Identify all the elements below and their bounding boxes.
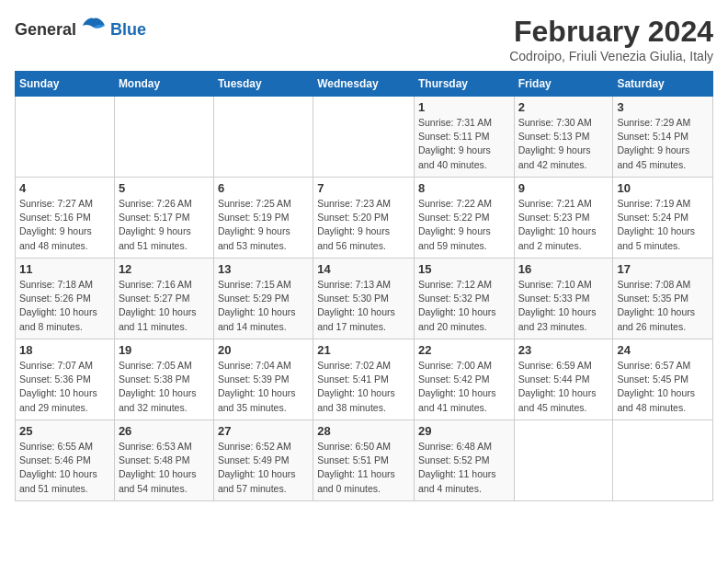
- calendar-cell: 24Sunrise: 6:57 AM Sunset: 5:45 PM Dayli…: [613, 339, 713, 420]
- page-subtitle: Codroipo, Friuli Venezia Giulia, Italy: [509, 49, 713, 63]
- day-number: 13: [218, 262, 309, 276]
- calendar-cell: 10Sunrise: 7:19 AM Sunset: 5:24 PM Dayli…: [613, 178, 713, 259]
- calendar-cell: 11Sunrise: 7:18 AM Sunset: 5:26 PM Dayli…: [16, 259, 115, 339]
- day-number: 22: [418, 343, 510, 357]
- calendar-cell: 17Sunrise: 7:08 AM Sunset: 5:35 PM Dayli…: [613, 259, 713, 339]
- calendar-cell: 25Sunrise: 6:55 AM Sunset: 5:46 PM Dayli…: [16, 420, 115, 501]
- day-info: Sunrise: 7:18 AM Sunset: 5:26 PM Dayligh…: [19, 278, 110, 334]
- day-info: Sunrise: 7:10 AM Sunset: 5:33 PM Dayligh…: [518, 278, 609, 334]
- weekday-header-row: SundayMondayTuesdayWednesdayThursdayFrid…: [16, 72, 713, 97]
- logo-text: General Blue: [15, 15, 146, 40]
- calendar-cell: 20Sunrise: 7:04 AM Sunset: 5:39 PM Dayli…: [213, 339, 313, 420]
- day-info: Sunrise: 7:29 AM Sunset: 5:14 PM Dayligh…: [617, 116, 709, 172]
- day-number: 1: [418, 100, 510, 114]
- day-info: Sunrise: 6:50 AM Sunset: 5:51 PM Dayligh…: [317, 440, 410, 496]
- calendar-cell: 28Sunrise: 6:50 AM Sunset: 5:51 PM Dayli…: [313, 420, 415, 501]
- calendar-cell: 18Sunrise: 7:07 AM Sunset: 5:36 PM Dayli…: [16, 339, 115, 420]
- calendar-header: SundayMondayTuesdayWednesdayThursdayFrid…: [16, 72, 713, 97]
- calendar-cell: 9Sunrise: 7:21 AM Sunset: 5:23 PM Daylig…: [514, 178, 613, 259]
- day-number: 23: [518, 343, 609, 357]
- calendar-cell: 1Sunrise: 7:31 AM Sunset: 5:11 PM Daylig…: [414, 97, 514, 178]
- calendar-week-row: 25Sunrise: 6:55 AM Sunset: 5:46 PM Dayli…: [16, 420, 713, 501]
- day-number: 18: [19, 343, 110, 357]
- weekday-header-thursday: Thursday: [414, 72, 514, 97]
- weekday-header-saturday: Saturday: [613, 72, 713, 97]
- day-number: 12: [119, 262, 210, 276]
- day-number: 27: [218, 424, 309, 438]
- day-info: Sunrise: 7:12 AM Sunset: 5:32 PM Dayligh…: [418, 278, 510, 334]
- page-title: February 2024: [509, 15, 713, 49]
- calendar-cell: [213, 97, 313, 178]
- calendar-cell: 6Sunrise: 7:25 AM Sunset: 5:19 PM Daylig…: [213, 178, 313, 259]
- day-info: Sunrise: 7:05 AM Sunset: 5:38 PM Dayligh…: [119, 359, 210, 415]
- day-number: 28: [317, 424, 410, 438]
- weekday-header-friday: Friday: [514, 72, 613, 97]
- calendar-table: SundayMondayTuesdayWednesdayThursdayFrid…: [15, 71, 713, 501]
- calendar-cell: 29Sunrise: 6:48 AM Sunset: 5:52 PM Dayli…: [414, 420, 514, 501]
- calendar-cell: 7Sunrise: 7:23 AM Sunset: 5:20 PM Daylig…: [313, 178, 415, 259]
- day-info: Sunrise: 7:23 AM Sunset: 5:20 PM Dayligh…: [317, 197, 410, 253]
- day-info: Sunrise: 7:30 AM Sunset: 5:13 PM Dayligh…: [518, 116, 609, 172]
- day-info: Sunrise: 7:02 AM Sunset: 5:41 PM Dayligh…: [317, 359, 410, 415]
- day-info: Sunrise: 6:55 AM Sunset: 5:46 PM Dayligh…: [19, 440, 110, 496]
- calendar-cell: 12Sunrise: 7:16 AM Sunset: 5:27 PM Dayli…: [114, 259, 213, 339]
- day-number: 15: [418, 262, 510, 276]
- calendar-cell: 26Sunrise: 6:53 AM Sunset: 5:48 PM Dayli…: [114, 420, 213, 501]
- calendar-cell: 2Sunrise: 7:30 AM Sunset: 5:13 PM Daylig…: [514, 97, 613, 178]
- calendar-cell: 3Sunrise: 7:29 AM Sunset: 5:14 PM Daylig…: [613, 97, 713, 178]
- day-number: 7: [317, 181, 410, 195]
- day-info: Sunrise: 7:16 AM Sunset: 5:27 PM Dayligh…: [119, 278, 210, 334]
- day-info: Sunrise: 7:13 AM Sunset: 5:30 PM Dayligh…: [317, 278, 410, 334]
- calendar-week-row: 1Sunrise: 7:31 AM Sunset: 5:11 PM Daylig…: [16, 97, 713, 178]
- calendar-cell: 22Sunrise: 7:00 AM Sunset: 5:42 PM Dayli…: [414, 339, 514, 420]
- calendar-body: 1Sunrise: 7:31 AM Sunset: 5:11 PM Daylig…: [16, 97, 713, 501]
- weekday-header-monday: Monday: [114, 72, 213, 97]
- day-info: Sunrise: 7:00 AM Sunset: 5:42 PM Dayligh…: [418, 359, 510, 415]
- day-info: Sunrise: 7:22 AM Sunset: 5:22 PM Dayligh…: [418, 197, 510, 253]
- day-info: Sunrise: 6:57 AM Sunset: 5:45 PM Dayligh…: [617, 359, 709, 415]
- calendar-cell: [613, 420, 713, 501]
- calendar-cell: 15Sunrise: 7:12 AM Sunset: 5:32 PM Dayli…: [414, 259, 514, 339]
- day-info: Sunrise: 7:26 AM Sunset: 5:17 PM Dayligh…: [119, 197, 210, 253]
- day-info: Sunrise: 6:59 AM Sunset: 5:44 PM Dayligh…: [518, 359, 609, 415]
- title-area: February 2024 Codroipo, Friuli Venezia G…: [509, 15, 713, 63]
- day-info: Sunrise: 7:21 AM Sunset: 5:23 PM Dayligh…: [518, 197, 609, 253]
- calendar-week-row: 11Sunrise: 7:18 AM Sunset: 5:26 PM Dayli…: [16, 259, 713, 339]
- day-number: 5: [119, 181, 210, 195]
- logo-blue: Blue: [110, 20, 146, 39]
- logo-bird-icon: [81, 15, 107, 35]
- day-info: Sunrise: 7:19 AM Sunset: 5:24 PM Dayligh…: [617, 197, 709, 253]
- day-number: 2: [518, 100, 609, 114]
- day-info: Sunrise: 7:04 AM Sunset: 5:39 PM Dayligh…: [218, 359, 309, 415]
- day-number: 19: [119, 343, 210, 357]
- day-number: 26: [119, 424, 210, 438]
- day-info: Sunrise: 7:15 AM Sunset: 5:29 PM Dayligh…: [218, 278, 309, 334]
- day-number: 8: [418, 181, 510, 195]
- day-number: 16: [518, 262, 609, 276]
- calendar-cell: [16, 97, 115, 178]
- day-number: 20: [218, 343, 309, 357]
- calendar-cell: 19Sunrise: 7:05 AM Sunset: 5:38 PM Dayli…: [114, 339, 213, 420]
- day-number: 11: [19, 262, 110, 276]
- calendar-cell: 16Sunrise: 7:10 AM Sunset: 5:33 PM Dayli…: [514, 259, 613, 339]
- day-number: 17: [617, 262, 709, 276]
- calendar-cell: 27Sunrise: 6:52 AM Sunset: 5:49 PM Dayli…: [213, 420, 313, 501]
- day-number: 10: [617, 181, 709, 195]
- day-info: Sunrise: 7:31 AM Sunset: 5:11 PM Dayligh…: [418, 116, 510, 172]
- day-info: Sunrise: 7:27 AM Sunset: 5:16 PM Dayligh…: [19, 197, 110, 253]
- logo: General Blue: [15, 15, 146, 40]
- calendar-week-row: 4Sunrise: 7:27 AM Sunset: 5:16 PM Daylig…: [16, 178, 713, 259]
- weekday-header-tuesday: Tuesday: [213, 72, 313, 97]
- day-number: 6: [218, 181, 309, 195]
- calendar-cell: 5Sunrise: 7:26 AM Sunset: 5:17 PM Daylig…: [114, 178, 213, 259]
- calendar-cell: 4Sunrise: 7:27 AM Sunset: 5:16 PM Daylig…: [16, 178, 115, 259]
- calendar-cell: 21Sunrise: 7:02 AM Sunset: 5:41 PM Dayli…: [313, 339, 415, 420]
- day-number: 14: [317, 262, 410, 276]
- logo-general: General: [15, 20, 76, 39]
- day-info: Sunrise: 6:53 AM Sunset: 5:48 PM Dayligh…: [119, 440, 210, 496]
- calendar-cell: [313, 97, 415, 178]
- calendar-cell: 13Sunrise: 7:15 AM Sunset: 5:29 PM Dayli…: [213, 259, 313, 339]
- day-info: Sunrise: 6:48 AM Sunset: 5:52 PM Dayligh…: [418, 440, 510, 496]
- day-number: 29: [418, 424, 510, 438]
- day-info: Sunrise: 7:07 AM Sunset: 5:36 PM Dayligh…: [19, 359, 110, 415]
